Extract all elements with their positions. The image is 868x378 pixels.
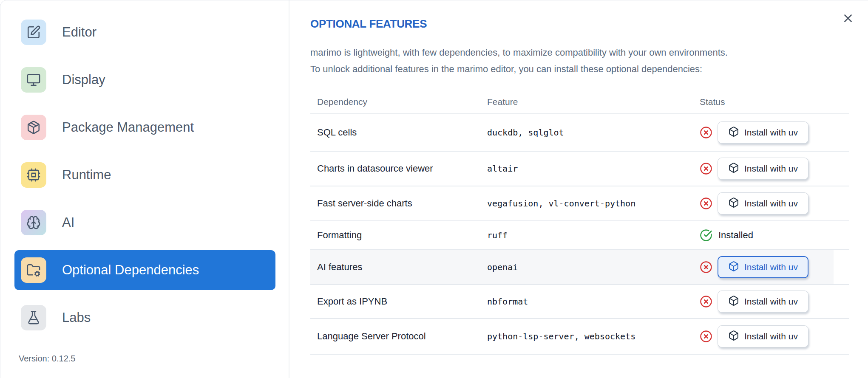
installed-icon: [700, 229, 712, 242]
sidebar-item-label: Optional Dependencies: [62, 262, 199, 278]
feature-packages: vegafusion, vl-convert-python: [487, 198, 635, 209]
sidebar-item-ai[interactable]: AI: [14, 199, 275, 246]
sidebar-item-label: Labs: [62, 310, 91, 325]
description-line: To unlock additional features in the mar…: [310, 61, 850, 77]
dependency-cell: Formatting: [310, 230, 487, 241]
sidebar-item-label: Editor: [62, 25, 96, 40]
dependency-cell: AI features: [310, 262, 487, 273]
installed-label: Installed: [718, 230, 753, 241]
status-cell: Install with uv: [700, 291, 849, 313]
package-icon: [21, 115, 46, 140]
description-line: marimo is lightweight, with few dependen…: [310, 44, 850, 61]
close-button[interactable]: [841, 11, 855, 26]
package-icon: [728, 261, 739, 274]
feature-packages: openai: [487, 262, 518, 272]
install-button-label: Install with uv: [744, 198, 798, 209]
table-body: SQL cells duckdb, sqlglot Install with u…: [310, 114, 849, 355]
install-with-uv-button[interactable]: Install with uv: [718, 325, 808, 347]
status-cell: Installed: [700, 229, 849, 242]
sidebar-item-label: AI: [62, 215, 74, 230]
dependency-cell: Charts in datasource viewer: [310, 163, 487, 174]
page-title: OPTIONAL FEATURES: [310, 17, 868, 31]
package-icon: [728, 330, 739, 343]
feature-packages: altair: [487, 164, 518, 174]
sidebar-item-runtime[interactable]: Runtime: [14, 151, 275, 199]
folder-cog-icon: [21, 257, 46, 283]
feature-cell: duckdb, sqlglot: [487, 127, 700, 138]
not-installed-icon: [700, 197, 712, 210]
table-row: Language Server Protocol python-lsp-serv…: [310, 319, 849, 355]
feature-cell: python-lsp-server, websockets: [487, 331, 700, 341]
sidebar-item-label: Runtime: [62, 167, 111, 183]
package-icon: [728, 126, 739, 139]
monitor-icon: [21, 67, 46, 93]
status-cell: Install with uv: [700, 192, 849, 214]
feature-cell: ruff: [487, 230, 700, 240]
feature-cell: vegafusion, vl-convert-python: [487, 198, 700, 209]
package-icon: [728, 197, 739, 210]
install-with-uv-button[interactable]: Install with uv: [718, 256, 808, 278]
flask-icon: [21, 305, 46, 330]
feature-packages: duckdb, sqlglot: [487, 127, 564, 138]
sidebar-item-labs[interactable]: Labs: [14, 294, 275, 341]
optional-features-panel: OPTIONAL FEATURES marimo is lightweight,…: [289, 0, 868, 378]
install-with-uv-button[interactable]: Install with uv: [718, 192, 808, 214]
install-button-label: Install with uv: [744, 127, 798, 138]
table-row: SQL cells duckdb, sqlglot Install with u…: [310, 114, 849, 152]
column-header-status: Status: [700, 97, 849, 107]
not-installed-icon: [700, 261, 712, 274]
brain-icon: [21, 210, 46, 235]
table-row: AI features openai Install with uv: [310, 250, 849, 285]
status-cell: Install with uv: [700, 121, 849, 144]
sidebar-item-editor[interactable]: Editor: [14, 8, 275, 56]
dependency-cell: Export as IPYNB: [310, 296, 487, 307]
status-cell: Install with uv: [700, 158, 849, 180]
install-button-label: Install with uv: [744, 296, 798, 307]
not-installed-icon: [700, 330, 712, 343]
sidebar-item-optional-dependencies[interactable]: Optional Dependencies: [14, 250, 275, 290]
not-installed-icon: [700, 126, 712, 139]
close-icon: [842, 12, 854, 26]
square-pen-icon: [21, 20, 46, 45]
column-header-dependency: Dependency: [310, 97, 487, 107]
feature-packages: nbformat: [487, 296, 528, 307]
feature-cell: nbformat: [487, 296, 700, 307]
column-header-feature: Feature: [487, 97, 700, 107]
package-icon: [728, 295, 739, 308]
feature-cell: altair: [487, 164, 700, 174]
install-button-label: Install with uv: [744, 262, 798, 272]
table-row: Export as IPYNB nbformat Install with uv: [310, 285, 849, 319]
panel-description: marimo is lightweight, with few dependen…: [310, 44, 850, 77]
not-installed-icon: [700, 162, 712, 175]
cpu-icon: [21, 162, 46, 188]
feature-cell: openai: [487, 262, 700, 272]
app-version: Version: 0.12.5: [19, 354, 75, 364]
status-cell: Install with uv: [700, 325, 849, 347]
sidebar-item-label: Display: [62, 72, 105, 87]
package-icon: [728, 162, 739, 175]
dependencies-table: Dependency Feature Status SQL cells duck…: [310, 90, 849, 355]
install-with-uv-button[interactable]: Install with uv: [718, 158, 808, 180]
install-with-uv-button[interactable]: Install with uv: [718, 291, 808, 313]
feature-packages: python-lsp-server, websockets: [487, 331, 635, 341]
sidebar-item-label: Package Management: [62, 120, 194, 135]
dependency-cell: Language Server Protocol: [310, 331, 487, 342]
table-row: Formatting ruff Installed: [310, 221, 849, 250]
settings-sidebar: Editor Display Package Management Runtim…: [0, 0, 289, 378]
not-installed-icon: [700, 295, 712, 308]
table-header: Dependency Feature Status: [310, 90, 849, 114]
install-with-uv-button[interactable]: Install with uv: [718, 121, 808, 144]
install-button-label: Install with uv: [744, 164, 798, 174]
settings-dialog: Editor Display Package Management Runtim…: [0, 0, 868, 378]
dependency-cell: Fast server-side charts: [310, 198, 487, 209]
dependency-cell: SQL cells: [310, 127, 487, 138]
status-cell: Install with uv: [700, 256, 849, 278]
feature-packages: ruff: [487, 230, 508, 240]
sidebar-item-display[interactable]: Display: [14, 56, 275, 104]
sidebar-item-package-management[interactable]: Package Management: [14, 104, 275, 151]
install-button-label: Install with uv: [744, 331, 798, 341]
table-row: Charts in datasource viewer altair Insta…: [310, 152, 849, 186]
table-row: Fast server-side charts vegafusion, vl-c…: [310, 186, 849, 221]
